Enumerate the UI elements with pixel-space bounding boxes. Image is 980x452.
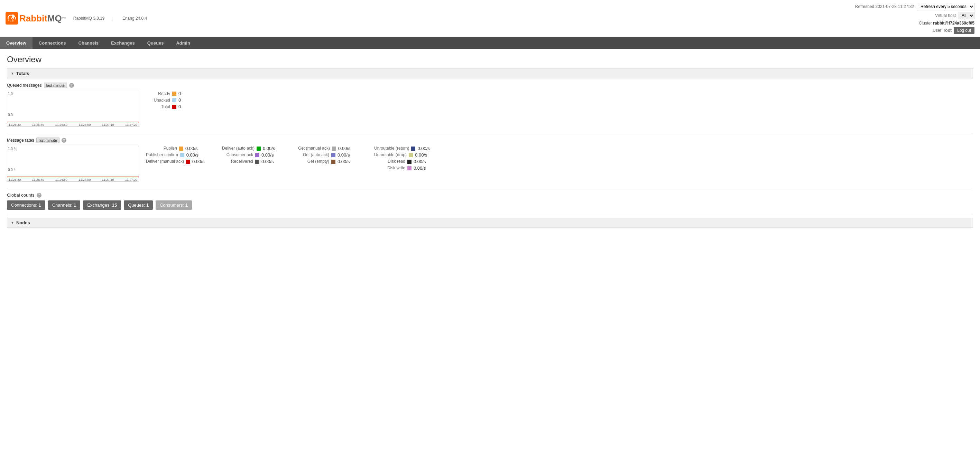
main-nav: Overview Connections Channels Exchanges … <box>0 37 980 49</box>
rabbit-icon <box>6 12 18 25</box>
nodes-label: Nodes <box>16 220 30 225</box>
rates-chart-box: 1.0 /s 0.0 /s 11:26:30 11:26:40 11:26:50… <box>7 146 139 182</box>
rates-chart-xaxis: 11:26:30 11:26:40 11:26:50 11:27:00 11:2… <box>7 178 138 181</box>
stat-unacked: Unacked 0 <box>146 97 208 103</box>
logo-area: RabbitMQTM RabbitMQ 3.8.19 | Erlang 24.0… <box>6 12 147 25</box>
rate-deliver-auto: Deliver (auto ack) 0.00/s <box>222 146 291 151</box>
rate-consumer-ack: Consumer ack 0.00/s <box>222 152 291 158</box>
queued-chart-redline <box>7 122 138 122</box>
rates-ymin: 0.0 /s <box>8 168 16 172</box>
top-bar: RabbitMQTM RabbitMQ 3.8.19 | Erlang 24.0… <box>0 0 980 37</box>
queued-chart-section: 1.0 0.0 11:26:30 11:26:40 11:26:50 11:27… <box>7 91 973 127</box>
global-counts-help[interactable]: ? <box>37 193 41 198</box>
rates-col4: Unroutable (return) 0.00/s Unroutable (d… <box>374 146 443 171</box>
refresh-row: Refreshed 2021-07-28 11:27:32 Refresh ev… <box>855 3 974 10</box>
rates-stats: Publish 0.00/s Publisher confirm 0.00/s … <box>146 146 443 171</box>
logo-rabbit-text: Rabbit <box>19 13 48 24</box>
rates-chart-section: 1.0 /s 0.0 /s 11:26:30 11:26:40 11:26:50… <box>7 146 973 182</box>
stat-total: Total 0 <box>146 104 208 109</box>
nav-channels[interactable]: Channels <box>72 37 105 49</box>
logo-mq-text: MQ <box>48 13 62 24</box>
nav-overview[interactable]: Overview <box>0 37 32 49</box>
queued-chart: 1.0 0.0 <box>7 91 138 122</box>
refresh-select[interactable]: Refresh every 5 seconds Every 10 seconds… <box>917 3 974 10</box>
global-counts-label: Global counts ? <box>7 192 973 198</box>
cluster-name: rabbit@f724a369cf05 <box>933 21 974 25</box>
erlang-version: Erlang 24.0.4 <box>123 16 147 21</box>
totals-label: Totals <box>16 71 29 76</box>
cluster-row: Cluster rabbit@f724a369cf05 <box>919 21 974 25</box>
rates-time-badge: last minute <box>36 138 59 143</box>
rate-redelivered: Redelivered 0.00/s <box>222 159 291 164</box>
rate-unroutable-return: Unroutable (return) 0.00/s <box>374 146 443 151</box>
rates-chart: 1.0 /s 0.0 /s <box>7 146 138 177</box>
refreshed-label: Refreshed 2021-07-28 11:27:32 <box>855 4 914 9</box>
consumers-count[interactable]: Consumers: 1 <box>156 200 192 210</box>
queued-time-badge: last minute <box>44 82 67 88</box>
totals-section-header[interactable]: ▼ Totals <box>7 68 973 78</box>
nav-queues[interactable]: Queues <box>141 37 170 49</box>
rate-deliver-manual: Deliver (manual ack) 0.00/s <box>146 159 215 164</box>
queued-ymin: 0.0 <box>8 113 13 117</box>
queued-chart-xaxis: 11:26:30 11:26:40 11:26:50 11:27:00 11:2… <box>7 123 138 127</box>
divider3 <box>7 214 973 214</box>
rate-unroutable-drop: Unroutable (drop) 0.00/s <box>374 152 443 158</box>
rates-help[interactable]: ? <box>62 138 67 143</box>
queues-count[interactable]: Queues: 1 <box>124 200 153 210</box>
unacked-value: 0 <box>178 97 181 103</box>
rate-get-empty: Get (empty) 0.00/s <box>298 159 367 164</box>
nodes-arrow: ▼ <box>11 221 14 225</box>
logo-tm: TM <box>62 17 67 20</box>
rates-col2: Deliver (auto ack) 0.00/s Consumer ack 0… <box>222 146 291 171</box>
rate-get-manual: Get (manual ack) 0.00/s <box>298 146 367 151</box>
divider2 <box>7 189 973 189</box>
exchanges-count[interactable]: Exchanges: 15 <box>83 200 121 210</box>
vhost-select[interactable]: All <box>958 12 974 19</box>
counts-row: Connections: 1 Channels: 1 Exchanges: 15… <box>7 200 973 210</box>
nav-exchanges[interactable]: Exchanges <box>105 37 141 49</box>
username: root <box>944 28 951 33</box>
rate-disk-read: Disk read 0.00/s <box>374 159 443 164</box>
unacked-color <box>172 98 177 102</box>
ready-color <box>172 92 177 96</box>
rate-get-auto: Get (auto ack) 0.00/s <box>298 152 367 158</box>
message-rates-label: Message rates last minute ? <box>7 138 973 143</box>
queued-help[interactable]: ? <box>69 83 74 88</box>
rate-publisher-confirm: Publisher confirm 0.00/s <box>146 152 215 158</box>
logout-button[interactable]: Log out <box>954 27 974 34</box>
channels-count[interactable]: Channels: 1 <box>48 200 80 210</box>
nav-connections[interactable]: Connections <box>32 37 72 49</box>
rate-disk-write: Disk write 0.00/s <box>374 165 443 171</box>
vhost-row: Virtual host All <box>935 12 974 19</box>
main-content: Overview ▼ Totals Queued messages last m… <box>0 49 980 237</box>
global-counts-section: Global counts ? Connections: 1 Channels:… <box>7 192 973 210</box>
total-value: 0 <box>178 104 181 109</box>
total-color <box>172 105 177 109</box>
stat-ready: Ready 0 <box>146 91 208 96</box>
rabbitmq-version: RabbitMQ 3.8.19 <box>73 16 105 21</box>
rates-ymax: 1.0 /s <box>8 147 16 151</box>
nav-admin[interactable]: Admin <box>170 37 196 49</box>
queued-messages-label: Queued messages last minute ? <box>7 82 973 88</box>
nodes-section-header[interactable]: ▼ Nodes <box>7 218 973 228</box>
top-right: Refreshed 2021-07-28 11:27:32 Refresh ev… <box>855 3 974 34</box>
rate-publish: Publish 0.00/s <box>146 146 215 151</box>
queued-ymax: 1.0 <box>8 92 13 96</box>
connections-count[interactable]: Connections: 1 <box>7 200 45 210</box>
queued-chart-box: 1.0 0.0 11:26:30 11:26:40 11:26:50 11:27… <box>7 91 139 127</box>
user-row: User root Log out <box>932 27 974 34</box>
logo: RabbitMQTM <box>6 12 67 25</box>
totals-arrow: ▼ <box>11 71 14 75</box>
ready-value: 0 <box>178 91 181 96</box>
divider1 <box>7 134 973 134</box>
rates-col3: Get (manual ack) 0.00/s Get (auto ack) 0… <box>298 146 367 171</box>
vhost-label: Virtual host <box>935 13 956 18</box>
rates-chart-redline <box>7 177 138 177</box>
queued-stats: Ready 0 Unacked 0 Total 0 <box>146 91 208 109</box>
page-title: Overview <box>7 55 973 64</box>
rates-col1: Publish 0.00/s Publisher confirm 0.00/s … <box>146 146 215 171</box>
